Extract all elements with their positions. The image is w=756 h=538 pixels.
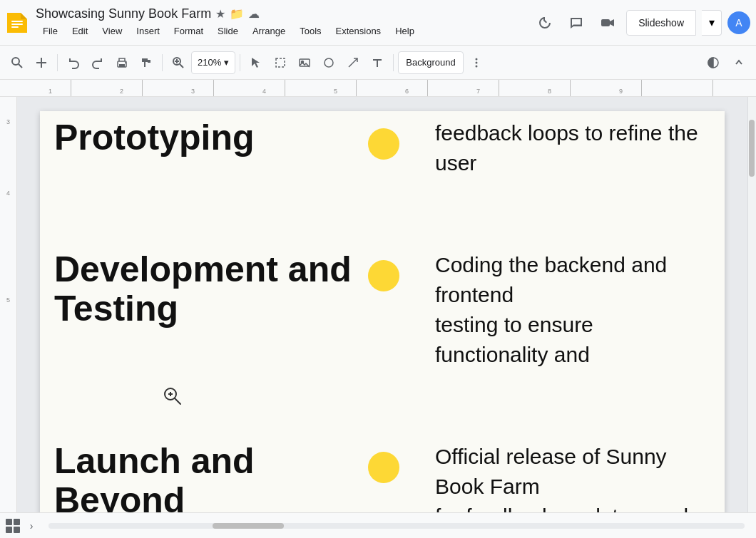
ruler-num-2: 2 xyxy=(120,88,123,95)
development-title-col: Development andTesting xyxy=(54,250,368,329)
slideshow-dropdown[interactable]: ▾ xyxy=(702,10,722,36)
text-button[interactable] xyxy=(366,51,389,74)
toolbar-right xyxy=(702,51,750,74)
avatar[interactable]: A xyxy=(727,11,750,34)
right-scrollbar[interactable] xyxy=(747,97,756,512)
top-bar: Showcasing Sunny Book Farm ★ 📁 ☁ FileEdi… xyxy=(0,0,756,46)
svg-line-7 xyxy=(19,64,22,68)
ruler-num-3: 3 xyxy=(191,88,195,95)
menu-bar: FileEditViewInsertFormatSlideArrangeTool… xyxy=(36,23,422,39)
svg-rect-4 xyxy=(11,26,19,28)
cursor-tool-button[interactable] xyxy=(245,51,267,74)
grid-cell-1 xyxy=(6,519,12,525)
expand-panel-button[interactable]: › xyxy=(23,517,40,534)
slide-row-development: Development andTesting Coding the backen… xyxy=(40,229,725,392)
paint-format-button[interactable] xyxy=(135,51,158,74)
zoom-value: 210% xyxy=(198,57,221,68)
menu-item-insert[interactable]: Insert xyxy=(129,23,167,39)
slides-grid-icon[interactable] xyxy=(6,519,20,533)
svg-point-27 xyxy=(475,61,477,63)
left-ruler-2: 4 xyxy=(6,190,10,197)
launch-dot xyxy=(368,452,399,483)
ruler-num-8: 8 xyxy=(548,88,551,95)
image-button[interactable] xyxy=(293,51,316,74)
menu-item-arrange[interactable]: Arrange xyxy=(245,23,292,39)
zoom-magnify-button[interactable] xyxy=(167,51,190,74)
svg-rect-3 xyxy=(11,24,23,25)
svg-rect-2 xyxy=(11,21,23,22)
star-icon[interactable]: ★ xyxy=(215,7,225,21)
ruler: 1 2 3 4 5 6 7 8 9 xyxy=(0,80,756,97)
zoom-dropdown-arrow: ▾ xyxy=(224,57,229,68)
document-title[interactable]: Showcasing Sunny Book Farm xyxy=(36,6,211,21)
svg-marker-1 xyxy=(21,13,27,19)
launch-title: Launch and Beyond xyxy=(54,442,354,512)
more-options-button[interactable] xyxy=(465,51,488,74)
svg-point-6 xyxy=(12,58,19,65)
slide-row-prototyping: Prototyping feedback loops to refine the… xyxy=(40,111,725,200)
svg-marker-18 xyxy=(252,58,260,68)
main-area: 3 4 5 Prototyping feedback loops to refi… xyxy=(0,97,756,512)
add-button[interactable] xyxy=(30,51,53,74)
meet-button[interactable] xyxy=(595,10,620,36)
separator-3 xyxy=(240,54,240,71)
undo-button[interactable] xyxy=(62,51,85,74)
menu-item-slide[interactable]: Slide xyxy=(210,23,245,39)
zoom-display[interactable]: 210% ▾ xyxy=(191,51,235,74)
redo-button[interactable] xyxy=(86,51,109,74)
menu-item-format[interactable]: Format xyxy=(167,23,210,39)
ruler-num-9: 9 xyxy=(619,88,623,95)
menu-item-tools[interactable]: Tools xyxy=(292,23,328,39)
cloud-icon[interactable]: ☁ xyxy=(248,7,260,21)
ruler-num-1: 1 xyxy=(48,88,52,95)
slideshow-button[interactable]: Slideshow xyxy=(626,10,696,36)
bottom-scrollbar-thumb[interactable] xyxy=(213,523,284,529)
menu-item-edit[interactable]: Edit xyxy=(65,23,95,39)
comments-button[interactable] xyxy=(563,10,589,36)
menu-item-view[interactable]: View xyxy=(95,23,129,39)
development-description: Coding the backend and frontendtesting t… xyxy=(435,250,710,370)
prototyping-title: Prototyping xyxy=(54,118,354,157)
title-area: Showcasing Sunny Book Farm ★ 📁 ☁ FileEdi… xyxy=(36,6,422,39)
svg-marker-0 xyxy=(7,13,27,33)
print-button[interactable] xyxy=(111,51,133,74)
svg-line-15 xyxy=(180,64,183,68)
ruler-inner: 1 2 3 4 5 6 7 8 9 xyxy=(0,80,756,96)
svg-line-32 xyxy=(175,398,180,404)
shape-button[interactable] xyxy=(317,51,340,74)
separator-2 xyxy=(162,54,163,71)
svg-point-22 xyxy=(325,58,333,67)
app-icon[interactable] xyxy=(6,11,29,34)
theme-button[interactable] xyxy=(702,51,725,74)
search-button[interactable] xyxy=(6,51,29,74)
ruler-num-4: 4 xyxy=(262,88,266,95)
select-area-button[interactable] xyxy=(269,51,292,74)
line-button[interactable] xyxy=(342,51,364,74)
launch-description: Official release of Sunny Book Farmfor f… xyxy=(435,442,710,512)
slide-row-launch: Launch and Beyond Official release of Su… xyxy=(40,420,725,512)
menu-item-file[interactable]: File xyxy=(36,23,65,39)
left-ruler-3: 5 xyxy=(6,296,10,304)
prototyping-title-col: Prototyping xyxy=(54,118,368,157)
menu-item-extensions[interactable]: Extensions xyxy=(329,23,389,39)
development-dot xyxy=(368,260,399,291)
bottom-scrollbar[interactable] xyxy=(48,523,745,529)
ruler-num-5: 5 xyxy=(334,88,337,95)
grid-cell-4 xyxy=(14,527,20,533)
slide-area[interactable]: Prototyping feedback loops to refine the… xyxy=(17,97,747,512)
development-title: Development andTesting xyxy=(54,250,354,329)
menu-item-help[interactable]: Help xyxy=(388,23,422,39)
collapse-toolbar-button[interactable] xyxy=(727,51,750,74)
ruler-num-7: 7 xyxy=(476,88,480,95)
folder-icon[interactable]: 📁 xyxy=(230,7,244,21)
bottom-bar: › xyxy=(0,512,756,538)
doc-title-row: Showcasing Sunny Book Farm ★ 📁 ☁ xyxy=(36,6,422,21)
right-scrollbar-thumb[interactable] xyxy=(749,120,755,177)
slides-panel: › xyxy=(6,517,40,534)
prototyping-dot xyxy=(368,128,399,160)
history-button[interactable] xyxy=(532,10,558,36)
svg-rect-19 xyxy=(276,58,285,67)
separator-1 xyxy=(57,54,58,71)
background-button[interactable]: Background xyxy=(398,51,463,74)
left-ruler: 3 4 5 xyxy=(0,97,17,512)
